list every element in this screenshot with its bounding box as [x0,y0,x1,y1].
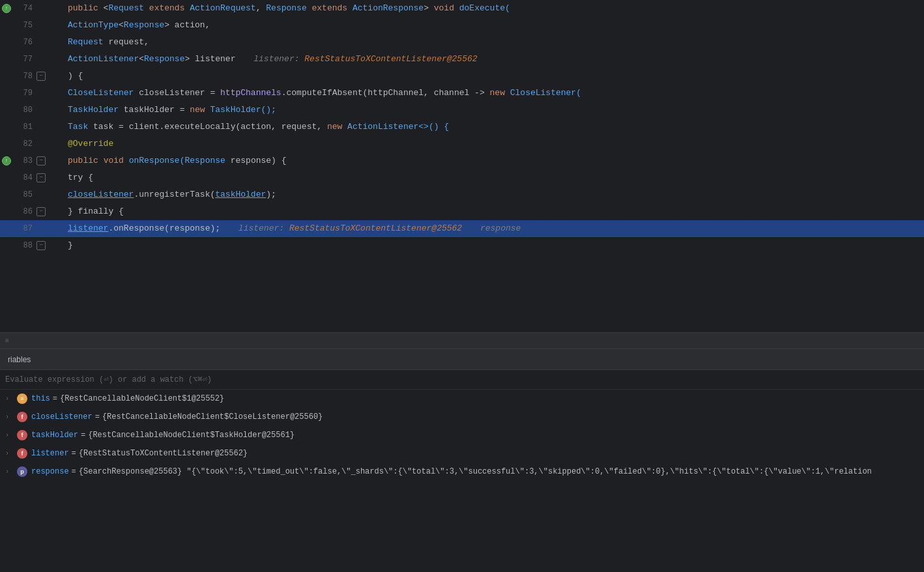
code-segment: response) { [225,156,287,165]
code-segment: onResponse( [124,156,185,165]
code-segment: } [68,240,73,250]
expand-arrow-this: › [5,395,13,403]
code-segment: > action, [164,20,210,30]
fold-icon-78[interactable]: − [36,72,46,81]
var-eq-response: = [72,467,76,476]
debug-title: riables [8,355,31,364]
code-segment: < [139,54,144,64]
debug-panel: riables Evaluate expression (⏎) or add a… [0,349,924,572]
breakpoint-icon-83[interactable]: ↑ [2,156,11,165]
variable-row-taskHolder[interactable]: ›ftaskHolder={RestCancellableNodeClient$… [0,426,924,444]
variable-row-closeListener[interactable]: ›fcloseListener={RestCancellableNodeClie… [0,408,924,426]
line-content-82: @Override [65,136,924,152]
code-segment: ActionResponse [353,3,424,13]
line-gutter-77: 77 [0,51,65,68]
code-segment: ActionListener [68,54,139,64]
line-number-80: 80 [13,102,33,119]
var-type-icon-this: ≡ [17,393,27,404]
line-gutter-88: 88− [0,237,65,254]
line-content-85: closeListener.unregisterTask(taskHolder)… [65,186,924,203]
code-line-84: 84− try { [0,169,924,186]
breakpoint-area-74: ↑ [0,4,13,13]
expand-arrow-closeListener: › [5,414,13,421]
code-lines: ↑74 public <Request extends ActionReques… [0,0,924,254]
line-gutter-76: 76 [0,34,65,51]
editor-divider: ≡ [0,332,924,349]
code-segment: < [119,20,124,30]
line-content-81: Task task = client.executeLocally(action… [65,119,924,136]
code-line-77: 77 ActionListener<Response> listener lis… [0,51,924,68]
code-segment: closeListener = [134,88,220,98]
eval-bar[interactable]: Evaluate expression (⏎) or add a watch (… [0,370,924,390]
code-segment: Response [266,3,306,13]
fold-area-84: − [36,173,47,182]
line-gutter-79: 79 [0,85,65,102]
variable-row-listener[interactable]: ›flistener={RestStatusToXContentListener… [0,444,924,463]
line-number-83: 83 [13,152,33,169]
fold-icon-84[interactable]: − [36,173,46,182]
line-number-79: 79 [13,85,33,102]
code-segment: .computeIfAbsent(httpChannel, channel -> [282,88,490,98]
var-eq-listener: = [72,449,76,458]
line-number-88: 88 [13,237,33,254]
code-line-83: ↑83− public void onResponse(Response res… [0,152,924,169]
code-segment: extends [307,3,353,13]
fold-icon-86[interactable]: − [36,207,46,216]
fold-area-86: − [36,207,47,216]
expand-arrow-listener: › [5,450,13,457]
line-number-87: 87 [13,220,33,237]
code-segment: Response [144,54,184,64]
code-segment: closeListener [68,190,134,199]
var-name-this: this [31,394,50,403]
hint-value: RestStatusToXContentListener@25562 [289,223,462,233]
code-segment: response [475,223,521,233]
code-segment: ActionRequest [190,3,255,13]
code-segment: Response [124,20,164,30]
var-name-listener: listener [31,449,69,458]
main-container: ↑74 public <Request extends ActionReques… [0,0,924,572]
code-segment: Request [68,37,104,47]
code-segment: try { [68,173,93,182]
line-content-87: listener.onResponse(response); listener:… [65,220,924,237]
code-segment: > listener [184,54,235,64]
code-segment: Request [108,3,144,13]
line-number-76: 76 [13,34,33,51]
expand-arrow-response: › [5,468,13,476]
fold-icon-83[interactable]: − [36,156,46,165]
var-eq-closeListener: = [95,412,100,422]
var-eq-taskHolder: = [81,431,85,440]
code-line-81: 81 Task task = client.executeLocally(act… [0,119,924,136]
breakpoint-area-83: ↑ [0,156,13,165]
hint-value: RestStatusToXContentListener@25562 [304,54,477,64]
var-name-closeListener: closeListener [31,412,93,422]
line-number-85: 85 [13,186,33,203]
code-line-85: 85 closeListener.unregisterTask(taskHold… [0,186,924,203]
line-number-77: 77 [13,51,33,68]
line-gutter-81: 81 [0,119,65,136]
debug-header: riables [0,349,924,370]
code-line-88: 88− } [0,237,924,254]
line-content-83: public void onResponse(Response response… [65,152,924,169]
expand-arrow-taskHolder: › [5,432,13,439]
breakpoint-icon-74[interactable]: ↑ [2,4,11,13]
variables-list: ›≡this={RestCancellableNodeClient$1@2555… [0,390,924,481]
line-gutter-80: 80 [0,102,65,119]
divider-icon: ≡ [5,337,9,345]
code-line-87: 87 listener.onResponse(response); listen… [0,220,924,237]
variable-row-response[interactable]: ›presponse={SearchResponse@25563} "{\"to… [0,463,924,481]
code-segment: .onResponse(response); [108,223,220,233]
fold-area-88: − [36,241,47,250]
code-segment: CloseListener( [505,88,581,98]
code-segment: ) { [68,71,83,81]
fold-icon-88[interactable]: − [36,241,46,250]
code-segment: listener: RestStatusToXContentListener@2… [248,54,477,64]
line-gutter-78: 78− [0,68,65,85]
variable-row-this[interactable]: ›≡this={RestCancellableNodeClient$1@2555… [0,390,924,408]
var-type-icon-taskHolder: f [17,430,27,440]
code-segment: taskHolder = [119,105,190,115]
line-gutter-86: 86− [0,203,65,220]
fold-area-83: − [36,156,47,165]
line-gutter-85: 85 [0,186,65,203]
line-gutter-83: ↑83− [0,152,65,169]
code-line-78: 78− ) { [0,68,924,85]
